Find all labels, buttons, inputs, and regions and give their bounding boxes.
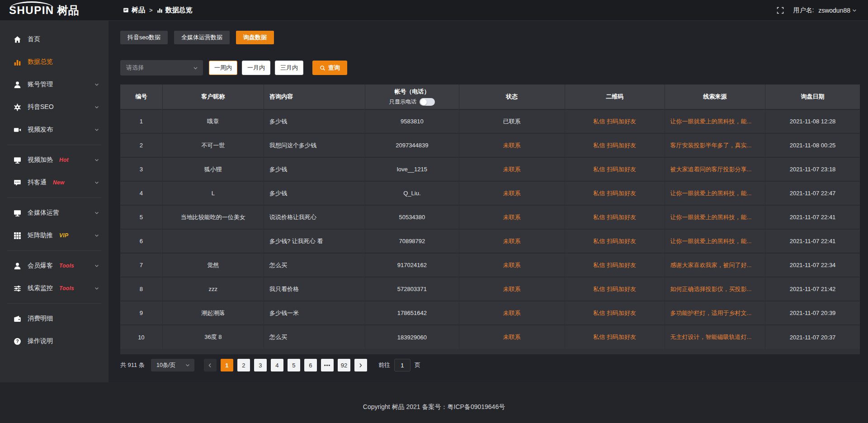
data-tabs: 抖音seo数据全媒体运营数据询盘数据 xyxy=(120,31,860,44)
cell-qrcode-link[interactable]: 私信 扫码加好友 xyxy=(565,181,665,205)
document-icon xyxy=(123,7,129,13)
cell-source-link[interactable]: 让你一眼就爱上的黑科技，能... xyxy=(665,229,765,253)
cell-source-link[interactable]: 多功能护栏灯，适用于乡村文... xyxy=(665,301,765,325)
cell-content: 怎么买 xyxy=(264,325,365,349)
goto-page-input[interactable] xyxy=(394,359,410,371)
col-date: 询盘日期 xyxy=(765,85,860,109)
sidebar-divider xyxy=(7,145,101,145)
cell-qrcode-link[interactable]: 私信 扫码加好友 xyxy=(565,133,665,157)
cell-no: 10 xyxy=(120,325,162,349)
sidebar-item-label: 线索监控 xyxy=(28,284,53,292)
search-button[interactable]: 查询 xyxy=(312,61,347,75)
sidebar-item-grid[interactable]: 矩阵助推 VIP xyxy=(0,224,108,247)
cell-qrcode-link[interactable]: 私信 扫码加好友 xyxy=(565,109,665,133)
range-week-button[interactable]: 一周内 xyxy=(209,61,237,75)
next-page-button[interactable] xyxy=(354,359,367,371)
cell-source-link[interactable]: 无主灯设计，智能磁吸轨道灯... xyxy=(665,325,765,349)
table-row: 9 潮起潮落 多少钱一米 178651642 未联系 私信 扫码加好友 多功能护… xyxy=(120,301,860,325)
cell-nickname: 不可一世 xyxy=(162,133,264,157)
cell-source-link[interactable]: 被大家追着问的客厅投影分享... xyxy=(665,157,765,181)
sidebar-item-wallet[interactable]: 消费明细 xyxy=(0,307,108,330)
username-label: 用户名: xyxy=(793,6,814,14)
chevron-down-icon xyxy=(94,157,99,163)
chevron-left-icon xyxy=(207,362,213,368)
cell-no: 5 xyxy=(120,205,162,229)
sidebar-item-screen[interactable]: 全媒体运营 xyxy=(0,202,108,224)
sidebar-item-bar-chart[interactable]: 数据总览 xyxy=(0,51,108,73)
grid-icon xyxy=(14,232,21,240)
cell-qrcode-link[interactable]: 私信 扫码加好友 xyxy=(565,229,665,253)
chevron-down-icon xyxy=(94,82,99,87)
topbar: SHUPIN 树品 树品 > 数据总览 用户名: zswodun88 xyxy=(0,0,868,21)
cell-qrcode-link[interactable]: 私信 扫码加好友 xyxy=(565,157,665,181)
cell-qrcode-link[interactable]: 私信 扫码加好友 xyxy=(565,253,665,277)
page-2-button[interactable]: 2 xyxy=(237,359,250,371)
page-92-button[interactable]: 92 xyxy=(338,359,350,371)
cell-source-link[interactable]: 让你一眼就爱上的黑科技，能... xyxy=(665,181,765,205)
sidebar-item-question[interactable]: ? 操作说明 xyxy=(0,330,108,352)
tab-inquiry-data[interactable]: 询盘数据 xyxy=(236,31,274,44)
cell-source-link[interactable]: 让你一眼就爱上的黑科技，能... xyxy=(665,109,765,133)
monitor-icon xyxy=(14,156,21,164)
cell-account: 183929060 xyxy=(365,325,459,349)
page-4-button[interactable]: 4 xyxy=(271,359,283,371)
page-6-button[interactable]: 6 xyxy=(304,359,317,371)
cell-nickname: 哦章 xyxy=(162,109,264,133)
phone-only-toggle[interactable] xyxy=(420,98,435,106)
topbar-right: 用户名: zswodun88 xyxy=(777,6,868,14)
sidebar-item-chat-bubble[interactable]: 抖客通 New xyxy=(0,171,108,194)
sidebar-item-badge: VIP xyxy=(59,232,68,239)
cell-no: 4 xyxy=(120,181,162,205)
breadcrumb-separator: > xyxy=(149,7,153,14)
cell-nickname: L xyxy=(162,181,264,205)
page-more-button[interactable]: ••• xyxy=(321,359,334,371)
breadcrumb-item-current[interactable]: 数据总览 xyxy=(157,6,193,14)
sidebar-item-video-camera[interactable]: 视频发布 xyxy=(0,118,108,141)
table-row: 5 当地比较能吃的一位美女 说说价格让我死心 50534380 未联系 私信 扫… xyxy=(120,205,860,229)
range-month-button[interactable]: 一月内 xyxy=(242,61,270,75)
pagination-total: 共 911 条 xyxy=(120,361,145,369)
cell-qrcode-link[interactable]: 私信 扫码加好友 xyxy=(565,325,665,349)
sidebar-divider xyxy=(7,250,101,251)
page-number-group: 123456•••92 xyxy=(221,359,350,371)
cell-source-link[interactable]: 感谢大家喜欢我家，被问了好... xyxy=(665,253,765,277)
sidebar-item-gear[interactable]: 抖音SEO xyxy=(0,96,108,118)
tab-media-operation-data[interactable]: 全媒体运营数据 xyxy=(174,31,230,44)
table-row: 10 36度 8 怎么买 183929060 未联系 私信 扫码加好友 无主灯设… xyxy=(120,325,860,349)
page-1-button[interactable]: 1 xyxy=(221,359,233,371)
cell-content: 多少钱 xyxy=(264,157,365,181)
app: SHUPIN 树品 树品 > 数据总览 用户名: zswodun88 xyxy=(0,0,868,423)
chat-bubble-icon xyxy=(14,179,21,187)
sidebar-item-monitor[interactable]: 视频加热 Hot xyxy=(0,149,108,171)
inquiry-table-card: 编号客户昵称咨询内容帐号（电话）只显示电话状态二维码线索来源询盘日期 1 哦章 … xyxy=(120,85,860,354)
prev-page-button[interactable] xyxy=(204,359,217,371)
user-menu[interactable]: 用户名: zswodun88 xyxy=(793,6,857,14)
sidebar-item-sliders[interactable]: 线索监控 Tools xyxy=(0,277,108,300)
breadcrumb: 树品 > 数据总览 xyxy=(108,6,193,14)
page-size-select[interactable]: 10条/页 xyxy=(151,359,194,371)
page-3-button[interactable]: 3 xyxy=(254,359,267,371)
chevron-down-icon xyxy=(94,180,99,185)
cell-source-link[interactable]: 如何正确选择投影仪，买投影... xyxy=(665,277,765,301)
page-5-button[interactable]: 5 xyxy=(288,359,300,371)
cell-status: 未联系 xyxy=(459,229,565,253)
tab-douyin-seo-data[interactable]: 抖音seo数据 xyxy=(120,31,168,44)
cell-qrcode-link[interactable]: 私信 扫码加好友 xyxy=(565,277,665,301)
filter-select[interactable]: 请选择 xyxy=(120,60,203,75)
breadcrumb-item-home[interactable]: 树品 xyxy=(123,6,145,14)
sidebar-divider xyxy=(7,303,101,304)
bar-chart-icon xyxy=(157,7,163,13)
cell-source-link[interactable]: 让你一眼就爱上的黑科技，能... xyxy=(665,205,765,229)
cell-source-link[interactable]: 客厅安装投影半年多了，真实... xyxy=(665,133,765,157)
cell-status: 未联系 xyxy=(459,157,565,181)
sidebar-item-home[interactable]: 首页 xyxy=(0,28,108,51)
sidebar-item-badge: Hot xyxy=(59,157,69,163)
sidebar-item-member[interactable]: 会员爆客 Tools xyxy=(0,254,108,277)
chevron-down-icon xyxy=(94,104,99,110)
table-row: 8 zzz 我只看价格 572803371 未联系 私信 扫码加好友 如何正确选… xyxy=(120,277,860,301)
cell-qrcode-link[interactable]: 私信 扫码加好友 xyxy=(565,205,665,229)
range-quarter-button[interactable]: 三月内 xyxy=(275,61,303,75)
sidebar-item-user[interactable]: 账号管理 xyxy=(0,73,108,96)
cell-qrcode-link[interactable]: 私信 扫码加好友 xyxy=(565,301,665,325)
fullscreen-icon[interactable] xyxy=(777,7,784,14)
